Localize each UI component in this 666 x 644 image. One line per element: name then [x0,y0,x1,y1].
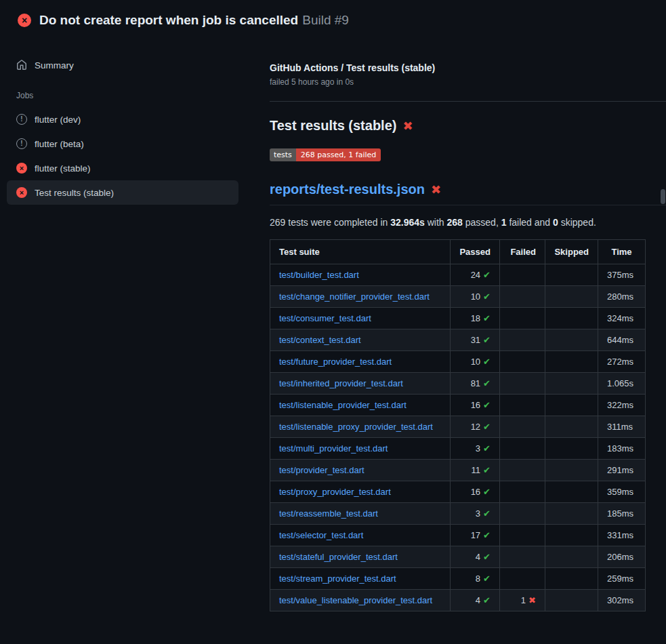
test-suite-link[interactable]: test/consumer_test.dart [279,313,371,323]
badge-label: tests [270,148,296,161]
build-number: Build #9 [302,13,349,27]
skipped-cell [545,286,598,308]
skipped-cell [545,568,598,590]
table-row: test/multi_provider_test.dart 3✔ 183ms [270,438,646,460]
tests-badge: tests 268 passed, 1 failed [270,148,381,161]
passed-cell: 3✔ [451,503,500,525]
time-cell: 291ms [598,460,646,481]
table-row: test/consumer_test.dart 18✔ 324ms [270,308,646,329]
time-cell: 185ms [598,503,646,525]
test-suite-link[interactable]: test/change_notifier_provider_test.dart [279,291,430,302]
sidebar-item-flutter-beta[interactable]: ! flutter (beta) [7,132,238,156]
skipped-cell [545,590,598,611]
column-header-test-suite: Test suite [270,240,451,264]
test-suite-link[interactable]: test/stateful_provider_test.dart [279,552,398,562]
test-suite-link[interactable]: test/selector_test.dart [279,530,363,540]
test-suite-link[interactable]: test/proxy_provider_test.dart [279,487,391,497]
test-suite-link[interactable]: test/provider_test.dart [279,465,365,475]
passed-cell: 17✔ [451,525,500,546]
test-suite-link[interactable]: test/builder_test.dart [279,270,359,280]
skipped-cell [545,395,598,416]
time-cell: 272ms [598,351,646,373]
sidebar-summary-label: Summary [35,60,74,71]
time-cell: 324ms [598,308,646,329]
time-cell: 644ms [598,329,646,351]
report-link[interactable]: reports/test-results.json [270,182,425,197]
check-icon: ✔ [483,595,491,605]
test-suite-link[interactable]: test/multi_provider_test.dart [279,443,388,454]
test-suite-link[interactable]: test/listenable_provider_test.dart [279,400,407,410]
failed-cell [500,525,545,546]
failed-cell [500,568,545,590]
failed-cell [500,286,545,308]
skipped-cell [545,525,598,546]
table-row: test/builder_test.dart 24✔ 375ms [270,264,646,286]
passed-cell: 16✔ [451,395,500,416]
skipped-cell [545,546,598,568]
table-header-row: Test suite Passed Failed Skipped Time [270,240,646,264]
report-heading: reports/test-results.json ✖ [270,182,666,205]
test-suite-link[interactable]: test/value_listenable_provider_test.dart [279,595,432,605]
table-row: test/listenable_proxy_provider_test.dart… [270,416,646,438]
scrollbar-thumb[interactable] [661,189,665,204]
test-suite-link[interactable]: test/inherited_provider_test.dart [279,378,403,388]
cross-mark-icon: ✖ [431,184,441,196]
skipped-cell [545,264,598,286]
failed-cell [500,264,545,286]
check-icon: ✔ [483,335,491,345]
sidebar: Summary Jobs ! flutter (dev) ! flutter (… [0,38,264,205]
check-run-title-text: Test results (stable) [270,118,396,134]
failed-cell [500,351,545,373]
check-icon: ✔ [483,400,491,410]
skipped-cell [545,351,598,373]
test-suite-link[interactable]: test/listenable_proxy_provider_test.dart [279,422,433,432]
column-header-skipped: Skipped [545,240,598,264]
check-icon: ✔ [483,270,491,280]
test-suite-link[interactable]: test/stream_provider_test.dart [279,573,396,584]
passed-cell: 31✔ [451,329,500,351]
table-row: test/selector_test.dart 17✔ 331ms [270,525,646,546]
passed-cell: 8✔ [451,568,500,590]
build-header: × Do not create report when job is cance… [0,0,666,38]
sidebar-item-flutter-stable[interactable]: × flutter (stable) [7,156,238,180]
skipped-cell [545,481,598,503]
breadcrumb: GitHub Actions / Test results (stable) [270,62,646,73]
check-icon: ✔ [483,487,491,497]
failed-cell [500,308,545,329]
skipped-cell [545,416,598,438]
time-cell: 259ms [598,568,646,590]
time-cell: 322ms [598,395,646,416]
check-icon: ✔ [483,313,491,323]
failed-cell [500,416,545,438]
time-cell: 359ms [598,481,646,503]
time-cell: 280ms [598,286,646,308]
check-icon: ✔ [483,291,491,302]
passed-cell: 24✔ [451,264,500,286]
failed-cell [500,503,545,525]
test-suite-link[interactable]: test/context_test.dart [279,335,361,345]
time-cell: 206ms [598,546,646,568]
sidebar-item-label: Test results (stable) [35,188,114,198]
run-status-line: failed 5 hours ago in 0s [270,77,646,87]
test-suite-link[interactable]: test/future_provider_test.dart [279,357,392,367]
jobs-section-label: Jobs [7,77,257,107]
failed-cell [500,395,545,416]
check-icon: ✔ [483,378,491,388]
sidebar-item-summary[interactable]: Summary [7,53,238,77]
check-icon: ✔ [483,552,491,562]
failed-cell: 1✖ [500,590,545,611]
build-failed-icon: × [18,14,31,27]
sidebar-item-flutter-dev[interactable]: ! flutter (dev) [7,107,238,132]
badge-value: 268 passed, 1 failed [296,148,381,161]
failed-cell [500,373,545,395]
test-suite-link[interactable]: test/reassemble_test.dart [279,508,378,519]
sidebar-item-label: flutter (stable) [35,163,91,174]
failed-cell [500,546,545,568]
passed-cell: 11✔ [451,460,500,481]
main-panel: GitHub Actions / Test results (stable) f… [264,38,666,611]
sidebar-item-test-results-stable[interactable]: × Test results (stable) [7,180,238,205]
passed-cell: 81✔ [451,373,500,395]
passed-cell: 10✔ [451,351,500,373]
skipped-cell [545,329,598,351]
test-table-body: test/builder_test.dart 24✔ 375ms test/ch… [270,264,646,611]
